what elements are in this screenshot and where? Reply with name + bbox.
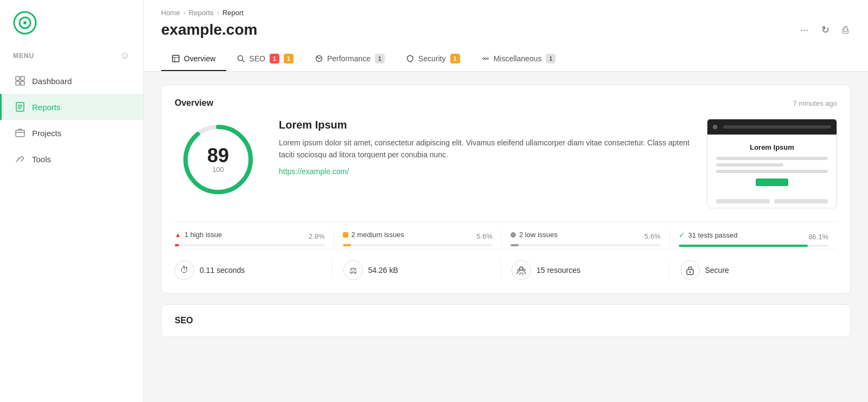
tab-seo[interactable]: SEO 1 1 [226,47,304,71]
security-badge: 1 [450,54,460,63]
overview-tab-icon [172,55,180,62]
low-issue-bar [510,244,519,246]
logo-area [0,0,143,46]
main-content: Home › Reports › Report example.com ··· … [144,0,868,402]
seo-badge-red: 1 [270,54,279,63]
more-options-button[interactable]: ··· [798,22,810,38]
preview-content: Lorem Ipsum [707,135,837,195]
tools-icon [15,154,25,164]
passed-label: ✓ 31 tests passed [679,231,738,239]
low-issue-bar-wrap [510,244,661,246]
seo-tab-icon [237,55,245,62]
tab-overview[interactable]: Overview [161,47,226,71]
overview-card-time: 7 minutes ago [793,99,837,107]
resources-icon [512,260,531,280]
tab-miscellaneous[interactable]: Miscellaneous 1 [471,47,567,71]
page-content: Overview 7 minutes ago 89 100 [144,72,868,350]
sidebar-nav: Dashboard Reports Projects [0,68,143,172]
preview-url-bar [723,125,831,129]
svg-rect-4 [21,76,24,80]
low-issue-label-row: 2 low issues 5.6% [510,231,661,242]
passed-tests-item: ✓ 31 tests passed 86.1% [670,231,838,247]
score-total: 100 [207,165,229,174]
sidebar-item-reports[interactable]: Reports [0,94,143,120]
preview-title: Lorem Ipsum [716,143,828,151]
performance-tab-icon [315,55,323,62]
issues-row: ▲ 1 high issue 2.8% 2 medium issues [175,221,837,247]
stat-time: ⏱ 0.11 seconds [175,260,333,280]
time-icon: ⏱ [175,260,194,280]
medium-issue-bar-wrap [343,244,493,246]
svg-rect-6 [21,81,24,85]
projects-icon [15,127,25,138]
high-issue-bar [175,244,179,246]
dashboard-icon [15,75,25,86]
seo-section-title: SEO [175,316,193,325]
overview-card: Overview 7 minutes ago 89 100 [161,85,851,293]
high-issue-bar-wrap [175,244,325,246]
preview-lines [716,157,828,173]
performance-badge: 1 [375,54,385,63]
passed-bar-wrap [679,245,829,247]
breadcrumb-sep-2: › [217,9,219,17]
overview-card-title: Overview [175,98,213,108]
svg-point-21 [487,58,488,60]
circle-icon [510,232,516,238]
score-circle: 89 100 [177,119,259,200]
preview-dot-1 [713,125,717,129]
overview-link[interactable]: https://example.com/ [279,167,349,176]
overview-card-heading: Lorem Ipsum [279,119,690,131]
sidebar-item-dashboard[interactable]: Dashboard [0,68,143,94]
svg-point-24 [520,267,523,270]
low-issue-label: 2 low issues [510,231,558,239]
svg-point-26 [523,269,525,271]
preview-line-3 [716,170,828,173]
page-header: Home › Reports › Report example.com ··· … [144,0,868,72]
lock-icon [680,260,700,280]
check-icon: ✓ [679,231,685,239]
score-circle-wrap: 89 100 [175,119,261,200]
square-icon [343,232,348,238]
menu-label: MENU ☺ [0,46,143,68]
passed-bar [679,245,808,247]
tab-performance[interactable]: Performance 1 [304,47,395,71]
svg-line-17 [242,60,245,62]
breadcrumb: Home › Reports › Report [161,9,851,17]
page-title: example.com [161,21,257,39]
high-issue-label-row: ▲ 1 high issue 2.8% [175,231,325,242]
preview-footer-block-2 [774,199,828,203]
overview-body: 89 100 Lorem Ipsum Lorem ipsum dolor sit… [175,119,837,208]
sidebar-item-projects[interactable]: Projects [0,120,143,146]
svg-rect-3 [16,76,20,80]
stat-size: ⚖ 54.26 kB [333,260,501,280]
sidebar: MENU ☺ Dashboard [0,0,144,402]
score-text: 89 100 [207,146,229,174]
overview-description: Lorem Ipsum Lorem ipsum dolor sit amet, … [279,119,690,176]
svg-point-25 [518,269,520,271]
refresh-button[interactable]: ↻ [819,22,832,38]
stat-resources: 15 resources [501,260,669,280]
stats-row: ⏱ 0.11 seconds ⚖ 54.26 kB [175,249,837,280]
header-top-row: example.com ··· ↻ ⎙ [161,21,851,39]
seo-section-card: SEO [161,304,851,337]
misc-tab-icon [482,55,489,62]
breadcrumb-sep-1: › [183,9,186,17]
stat-secure: Secure [669,260,838,280]
medium-issue-bar [343,244,351,246]
tab-security[interactable]: Security 1 [395,47,471,71]
triangle-icon: ▲ [175,231,181,239]
svg-point-2 [23,21,27,24]
security-tab-icon [406,55,414,62]
medium-issue-label-row: 2 medium issues 5.6% [343,231,493,242]
tabs-bar: Overview SEO 1 1 Performance 1 [161,47,851,71]
website-preview: Lorem Ipsum [707,119,837,208]
header-actions: ··· ↻ ⎙ [798,22,851,38]
seo-badge-yellow: 1 [284,54,293,63]
reports-icon [15,101,25,112]
low-issues-item: 2 low issues 5.6% [502,231,670,247]
sidebar-item-tools[interactable]: Tools [0,146,143,172]
print-button[interactable]: ⎙ [840,22,851,38]
svg-rect-13 [173,55,179,62]
score-value: 89 [207,146,229,165]
user-icon[interactable]: ☺ [120,50,130,61]
